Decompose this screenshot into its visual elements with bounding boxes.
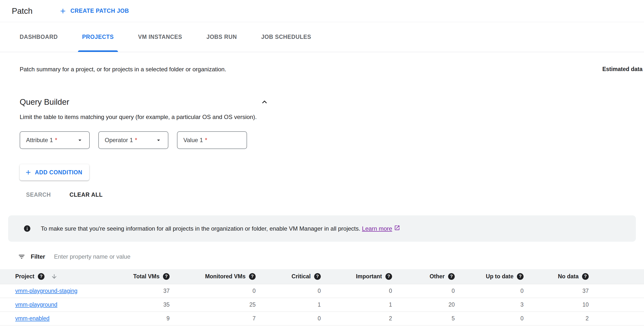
monitored-vms-value: 25 <box>176 298 262 312</box>
up-to-date-value: 3 <box>461 298 530 312</box>
summary-text: Patch summary for a project, or for proj… <box>20 66 226 73</box>
banner-message: To make sure that you're seeing informat… <box>41 225 360 232</box>
info-banner: To make sure that you're seeing informat… <box>8 216 636 242</box>
tab-projects[interactable]: PROJECTS <box>78 22 118 52</box>
monitored-vms-value: 0 <box>176 284 262 298</box>
main-content: Patch summary for a project, or for proj… <box>0 52 644 326</box>
up-to-date-value: 0 <box>461 312 530 325</box>
column-header-up-to-date[interactable]: Up to date? <box>461 269 530 284</box>
create-patch-job-label: CREATE PATCH JOB <box>70 8 129 14</box>
help-icon[interactable]: ? <box>517 273 524 280</box>
help-icon[interactable]: ? <box>386 273 392 280</box>
attribute-select[interactable]: Attribute 1 * <box>20 131 90 149</box>
other-value: 20 <box>398 298 461 312</box>
important-value: 1 <box>327 298 398 312</box>
project-link[interactable]: vmm-enabled <box>15 315 50 322</box>
column-header-critical[interactable]: Critical? <box>262 269 327 284</box>
query-builder-description: Limit the table to items matching your q… <box>20 114 644 120</box>
clear-all-button[interactable]: CLEAR ALL <box>63 187 109 202</box>
help-icon[interactable]: ? <box>38 273 44 280</box>
project-link[interactable]: vmm-playground-staging <box>15 288 78 294</box>
monitored-vms-value: 7 <box>176 312 262 325</box>
table-row: vmm-playground-staging 37 0 0 0 0 0 37 <box>0 284 644 298</box>
required-marker: * <box>205 137 207 144</box>
required-marker: * <box>55 137 57 144</box>
up-to-date-value: 0 <box>461 284 530 298</box>
column-header-other[interactable]: Other? <box>398 269 461 284</box>
other-value: 5 <box>398 312 461 325</box>
query-builder-actions: SEARCH CLEAR ALL <box>20 187 644 202</box>
column-header-spacer <box>594 269 644 284</box>
page-header: Patch CREATE PATCH JOB <box>0 0 644 22</box>
page-title: Patch <box>12 6 32 16</box>
help-icon[interactable]: ? <box>448 273 455 280</box>
required-marker: * <box>135 137 137 144</box>
help-icon[interactable]: ? <box>249 273 256 280</box>
filter-input[interactable] <box>54 253 644 260</box>
query-condition-row: Attribute 1 * Operator 1 * Value 1 * <box>20 131 644 149</box>
chevron-up-icon <box>260 97 269 107</box>
total-vms-value: 9 <box>116 312 176 325</box>
column-label: Critical <box>292 273 311 280</box>
project-link[interactable]: vmm-playground <box>15 302 57 308</box>
important-value: 2 <box>327 312 398 325</box>
critical-value: 0 <box>262 312 327 325</box>
operator-select-label: Operator 1 <box>105 137 133 144</box>
add-condition-label: ADD CONDITION <box>35 169 82 176</box>
critical-value: 0 <box>262 284 327 298</box>
query-builder-header: Query Builder <box>20 97 269 107</box>
collapse-section-button[interactable] <box>260 97 269 107</box>
total-vms-value: 37 <box>116 284 176 298</box>
query-builder-title: Query Builder <box>20 97 69 107</box>
table-row: vmm-playground 35 25 1 1 20 3 10 <box>0 298 644 312</box>
tab-vm-instances[interactable]: VM INSTANCES <box>134 22 186 52</box>
no-data-value: 2 <box>530 312 594 325</box>
tab-dashboard[interactable]: DASHBOARD <box>16 22 62 52</box>
tab-jobs-run[interactable]: JOBS RUN <box>202 22 241 52</box>
column-label: Important <box>356 273 382 280</box>
search-button[interactable]: SEARCH <box>20 187 57 202</box>
attribute-select-label: Attribute 1 <box>26 137 53 144</box>
column-header-total-vms[interactable]: Total VMs? <box>116 269 176 284</box>
help-icon[interactable]: ? <box>582 273 589 280</box>
filter-icon <box>18 253 25 260</box>
filter-button[interactable]: Filter <box>18 253 45 260</box>
table-header-row: Project ? Total VMs? Monitored VMs? Crit… <box>0 269 644 284</box>
add-icon <box>24 169 32 176</box>
add-icon <box>59 7 67 15</box>
value-input-label: Value 1 <box>183 137 203 144</box>
info-icon <box>23 225 31 232</box>
projects-table: Project ? Total VMs? Monitored VMs? Crit… <box>0 269 644 326</box>
column-label: No data <box>558 273 578 280</box>
column-label: Up to date <box>486 273 514 280</box>
tab-job-schedules[interactable]: JOB SCHEDULES <box>257 22 315 52</box>
tab-bar: DASHBOARD PROJECTS VM INSTANCES JOBS RUN… <box>0 22 644 52</box>
learn-more-label: Learn more <box>362 225 392 232</box>
total-vms-value: 35 <box>116 298 176 312</box>
banner-text: To make sure that you're seeing informat… <box>41 225 400 232</box>
help-icon[interactable]: ? <box>163 273 170 280</box>
table-row: vmm-enabled 9 7 0 2 5 0 2 <box>0 312 644 325</box>
value-input[interactable]: Value 1 * <box>177 131 247 149</box>
column-label: Project <box>15 273 34 280</box>
dropdown-arrow-icon <box>155 137 162 144</box>
filter-label: Filter <box>31 253 45 260</box>
learn-more-link[interactable]: Learn more <box>362 225 400 232</box>
column-header-monitored-vms[interactable]: Monitored VMs? <box>176 269 262 284</box>
column-label: Other <box>430 273 445 280</box>
other-value: 0 <box>398 284 461 298</box>
create-patch-job-button[interactable]: CREATE PATCH JOB <box>59 7 129 15</box>
no-data-value: 10 <box>530 298 594 312</box>
query-builder-section: Query Builder Limit the table to items m… <box>0 97 644 202</box>
column-header-project[interactable]: Project ? <box>0 269 116 284</box>
estimated-data-label: Estimated data <box>602 66 642 72</box>
help-icon[interactable]: ? <box>314 273 321 280</box>
sort-descending-icon <box>51 273 58 280</box>
column-label: Total VMs <box>133 273 160 280</box>
critical-value: 1 <box>262 298 327 312</box>
operator-select[interactable]: Operator 1 * <box>98 131 168 149</box>
column-header-important[interactable]: Important? <box>327 269 398 284</box>
column-header-no-data[interactable]: No data? <box>530 269 594 284</box>
external-link-icon <box>394 225 400 232</box>
add-condition-button[interactable]: ADD CONDITION <box>20 164 89 180</box>
